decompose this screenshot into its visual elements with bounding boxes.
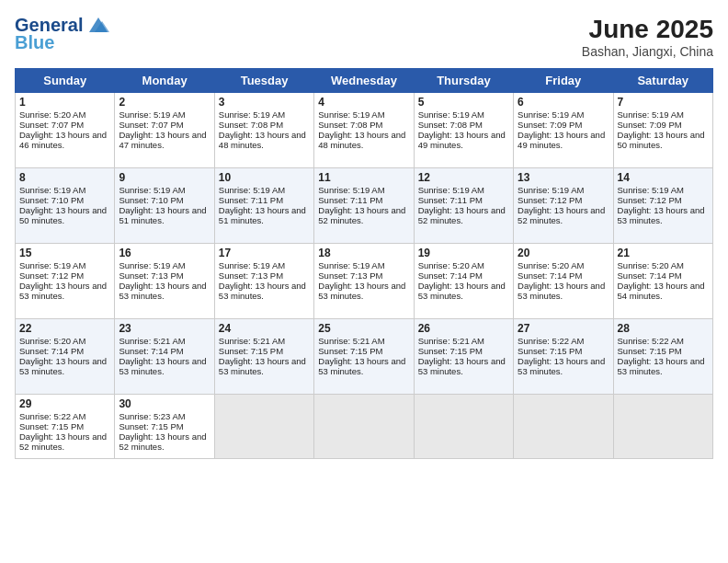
col-sunday: Sunday (16, 69, 115, 93)
day-number: 29 (19, 397, 110, 410)
table-cell (414, 395, 513, 459)
header: General Blue June 2025 Bashan, Jiangxi, … (15, 15, 713, 59)
day-number: 28 (618, 322, 709, 335)
day-number: 7 (618, 96, 709, 109)
table-cell (214, 395, 313, 459)
table-cell: 11Sunrise: 5:19 AMSunset: 7:11 PMDayligh… (314, 168, 414, 244)
table-cell: 7Sunrise: 5:19 AMSunset: 7:09 PMDaylight… (613, 93, 712, 168)
table-cell: 13Sunrise: 5:19 AMSunset: 7:12 PMDayligh… (514, 168, 613, 244)
day-number: 24 (219, 322, 310, 335)
day-number: 9 (119, 171, 210, 184)
col-saturday: Saturday (613, 69, 712, 93)
day-number: 6 (518, 96, 609, 109)
day-number: 30 (119, 397, 210, 410)
table-cell: 10Sunrise: 5:19 AMSunset: 7:11 PMDayligh… (214, 168, 313, 244)
day-number: 8 (19, 171, 110, 184)
day-number: 2 (119, 96, 210, 109)
logo-icon (85, 14, 111, 36)
table-cell: 17Sunrise: 5:19 AMSunset: 7:13 PMDayligh… (214, 244, 313, 319)
day-number: 10 (219, 171, 310, 184)
table-cell (314, 395, 414, 459)
day-number: 26 (418, 322, 509, 335)
table-cell: 19Sunrise: 5:20 AMSunset: 7:14 PMDayligh… (414, 244, 513, 319)
subtitle: Bashan, Jiangxi, China (582, 44, 713, 59)
title-block: June 2025 Bashan, Jiangxi, China (582, 15, 713, 59)
day-number: 3 (219, 96, 310, 109)
col-monday: Monday (115, 69, 214, 93)
logo: General Blue (15, 15, 111, 53)
day-number: 12 (418, 171, 509, 184)
day-number: 18 (318, 247, 409, 259)
col-thursday: Thursday (414, 69, 513, 93)
table-cell: 24Sunrise: 5:21 AMSunset: 7:15 PMDayligh… (214, 319, 313, 395)
table-cell: 5Sunrise: 5:19 AMSunset: 7:08 PMDaylight… (414, 93, 513, 168)
table-cell: 16Sunrise: 5:19 AMSunset: 7:13 PMDayligh… (115, 244, 214, 319)
logo-blue: Blue (15, 32, 54, 53)
col-friday: Friday (514, 69, 613, 93)
day-number: 13 (518, 171, 609, 184)
day-number: 20 (518, 247, 609, 259)
day-number: 5 (418, 96, 509, 109)
day-number: 14 (618, 171, 709, 184)
day-number: 19 (418, 247, 509, 259)
table-cell (514, 395, 613, 459)
table-cell: 20Sunrise: 5:20 AMSunset: 7:14 PMDayligh… (514, 244, 613, 319)
day-number: 1 (19, 96, 110, 109)
day-number: 22 (19, 322, 110, 335)
table-cell: 1Sunrise: 5:20 AMSunset: 7:07 PMDaylight… (16, 93, 115, 168)
day-number: 16 (119, 247, 210, 259)
main-title: June 2025 (582, 15, 713, 44)
table-cell: 6Sunrise: 5:19 AMSunset: 7:09 PMDaylight… (514, 93, 613, 168)
table-cell (613, 395, 712, 459)
table-cell: 15Sunrise: 5:19 AMSunset: 7:12 PMDayligh… (16, 244, 115, 319)
table-cell: 3Sunrise: 5:19 AMSunset: 7:08 PMDaylight… (214, 93, 313, 168)
table-cell: 26Sunrise: 5:21 AMSunset: 7:15 PMDayligh… (414, 319, 513, 395)
table-cell: 9Sunrise: 5:19 AMSunset: 7:10 PMDaylight… (115, 168, 214, 244)
day-number: 25 (318, 322, 409, 335)
day-number: 15 (19, 247, 110, 259)
table-cell: 12Sunrise: 5:19 AMSunset: 7:11 PMDayligh… (414, 168, 513, 244)
table-cell: 25Sunrise: 5:21 AMSunset: 7:15 PMDayligh… (314, 319, 414, 395)
col-tuesday: Tuesday (214, 69, 313, 93)
day-number: 23 (119, 322, 210, 335)
table-cell: 4Sunrise: 5:19 AMSunset: 7:08 PMDaylight… (314, 93, 414, 168)
table-cell: 8Sunrise: 5:19 AMSunset: 7:10 PMDaylight… (16, 168, 115, 244)
table-cell: 18Sunrise: 5:19 AMSunset: 7:13 PMDayligh… (314, 244, 414, 319)
table-cell: 27Sunrise: 5:22 AMSunset: 7:15 PMDayligh… (514, 319, 613, 395)
page: General Blue June 2025 Bashan, Jiangxi, … (0, 0, 728, 563)
table-cell: 29Sunrise: 5:22 AMSunset: 7:15 PMDayligh… (16, 395, 115, 459)
table-cell: 21Sunrise: 5:20 AMSunset: 7:14 PMDayligh… (613, 244, 712, 319)
table-cell: 28Sunrise: 5:22 AMSunset: 7:15 PMDayligh… (613, 319, 712, 395)
table-cell: 2Sunrise: 5:19 AMSunset: 7:07 PMDaylight… (115, 93, 214, 168)
day-number: 21 (618, 247, 709, 259)
table-cell: 23Sunrise: 5:21 AMSunset: 7:14 PMDayligh… (115, 319, 214, 395)
header-row: Sunday Monday Tuesday Wednesday Thursday… (16, 69, 713, 93)
day-number: 17 (219, 247, 310, 259)
table-cell: 22Sunrise: 5:20 AMSunset: 7:14 PMDayligh… (16, 319, 115, 395)
col-wednesday: Wednesday (314, 69, 414, 93)
calendar-table: Sunday Monday Tuesday Wednesday Thursday… (15, 68, 713, 459)
table-cell: 30Sunrise: 5:23 AMSunset: 7:15 PMDayligh… (115, 395, 214, 459)
day-number: 4 (318, 96, 409, 109)
day-number: 27 (518, 322, 609, 335)
table-cell: 14Sunrise: 5:19 AMSunset: 7:12 PMDayligh… (613, 168, 712, 244)
day-number: 11 (318, 171, 409, 184)
